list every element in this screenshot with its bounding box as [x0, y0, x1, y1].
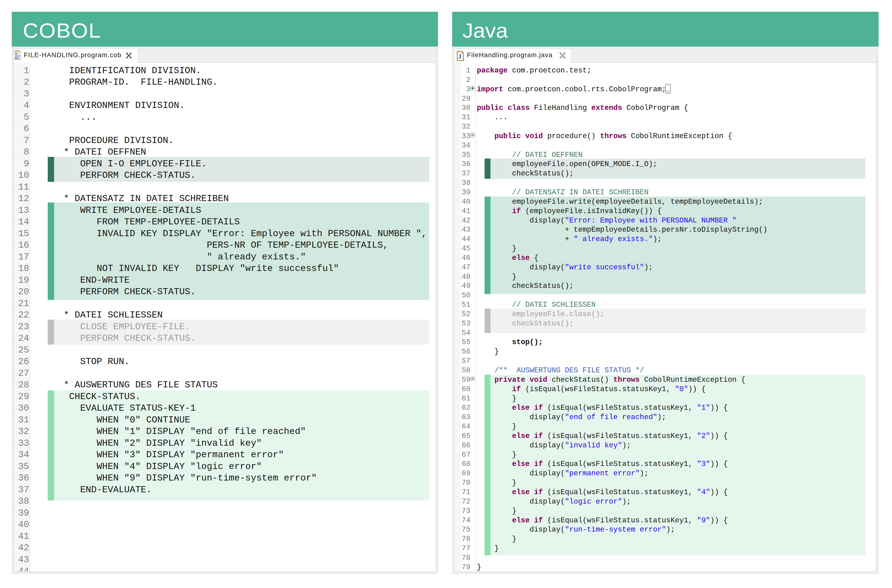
- svg-text:J: J: [458, 52, 462, 60]
